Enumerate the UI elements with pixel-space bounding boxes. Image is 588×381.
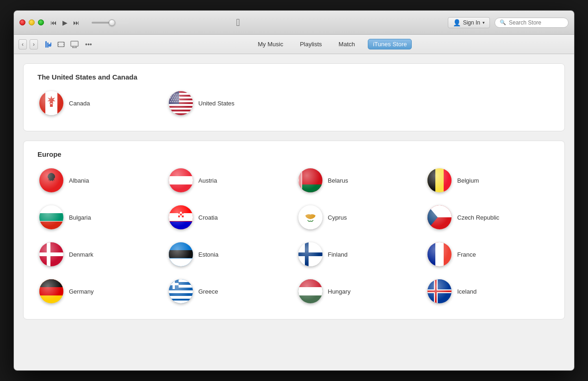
- rewind-button[interactable]: ⏮: [50, 18, 58, 27]
- content: The United States and Canada: [14, 54, 574, 370]
- close-button[interactable]: [19, 19, 25, 25]
- search-bar[interactable]: 🔍: [495, 18, 569, 28]
- search-input[interactable]: [509, 19, 564, 26]
- svg-rect-19: [169, 91, 193, 93]
- svg-rect-8: [63, 42, 64, 43]
- svg-rect-86: [169, 279, 193, 282]
- country-finland[interactable]: Finland: [297, 240, 421, 268]
- tab-my-music[interactable]: My Music: [254, 39, 287, 49]
- svg-rect-89: [169, 296, 193, 299]
- country-greece[interactable]: Greece: [167, 277, 292, 305]
- svg-point-40: [52, 175, 54, 177]
- search-icon: 🔍: [500, 19, 506, 25]
- country-belgium[interactable]: Belgium: [426, 166, 551, 194]
- svg-rect-96: [298, 279, 322, 287]
- country-hungary[interactable]: Hungary: [297, 277, 421, 305]
- sign-in-label: Sign In: [463, 19, 480, 26]
- svg-rect-5: [58, 42, 59, 43]
- maximize-button[interactable]: [38, 19, 44, 25]
- svg-rect-101: [427, 290, 452, 292]
- country-estonia[interactable]: Estonia: [167, 240, 292, 268]
- country-bulgaria[interactable]: Bulgaria: [37, 203, 162, 231]
- svg-rect-11: [71, 41, 78, 46]
- tab-itunes-store[interactable]: iTunes Store: [368, 39, 412, 49]
- country-albania-label: Albania: [69, 177, 89, 184]
- svg-rect-42: [169, 176, 193, 184]
- flag-france: [427, 242, 452, 266]
- flag-czech: [427, 205, 452, 229]
- country-croatia[interactable]: Croatia: [167, 203, 292, 231]
- country-austria[interactable]: Austria: [167, 166, 292, 194]
- svg-rect-1: [47, 43, 49, 48]
- europe-grid: Albania Austria: [37, 166, 551, 305]
- country-czech-label: Czech Republic: [457, 214, 499, 221]
- flag-greece: [169, 279, 193, 303]
- play-button[interactable]: ▶: [62, 18, 68, 27]
- section-europe-title: Europe: [37, 150, 551, 158]
- svg-rect-72: [39, 252, 63, 256]
- flag-bulgaria: [39, 205, 63, 229]
- country-belarus[interactable]: Belarus: [297, 166, 421, 194]
- svg-rect-31: [169, 113, 193, 115]
- svg-rect-6: [58, 44, 59, 45]
- flag-germany: [39, 279, 63, 303]
- country-czech[interactable]: Czech Republic: [426, 203, 551, 231]
- flag-iceland: [427, 279, 452, 303]
- svg-rect-9: [63, 44, 64, 45]
- svg-rect-81: [427, 242, 435, 266]
- flag-austria: [169, 168, 193, 192]
- tab-match[interactable]: Match: [335, 39, 359, 49]
- country-germany[interactable]: Germany: [37, 277, 162, 305]
- svg-rect-90: [169, 301, 193, 303]
- volume-slider[interactable]: [92, 22, 129, 24]
- country-cyprus[interactable]: Cyprus: [297, 203, 421, 231]
- tab-playlists[interactable]: Playlists: [296, 39, 326, 49]
- country-france[interactable]: France: [426, 240, 551, 268]
- user-icon: 👤: [453, 19, 461, 26]
- svg-rect-26: [169, 104, 193, 106]
- svg-rect-63: [178, 215, 180, 217]
- svg-point-39: [49, 175, 50, 177]
- country-iceland-label: Iceland: [457, 288, 477, 295]
- traffic-lights: [19, 19, 44, 25]
- country-usa[interactable]: ★★★★★★ ★★★★★ ★★★★★★ ★★★★★ ★★★★★★ United …: [167, 89, 292, 117]
- country-iceland[interactable]: Iceland: [426, 277, 551, 305]
- country-finland-label: Finland: [328, 251, 348, 258]
- forward-button[interactable]: ›: [30, 39, 38, 49]
- fast-forward-button[interactable]: ⏭: [72, 18, 80, 27]
- flag-estonia: [169, 242, 193, 266]
- country-denmark[interactable]: Denmark: [37, 240, 162, 268]
- svg-rect-27: [169, 106, 193, 108]
- svg-rect-30: [169, 111, 193, 113]
- country-belarus-label: Belarus: [328, 177, 348, 184]
- country-canada-label: Canada: [69, 100, 90, 107]
- country-albania[interactable]: Albania: [37, 166, 162, 194]
- svg-rect-78: [298, 252, 322, 256]
- toolbar: ‹ ›: [14, 35, 574, 54]
- minimize-button[interactable]: [29, 19, 35, 25]
- country-croatia-label: Croatia: [198, 214, 218, 221]
- toolbar-nav: My Music Playlists Match iTunes Store: [254, 39, 412, 49]
- apple-logo: : [236, 17, 240, 29]
- svg-rect-93: [169, 283, 179, 285]
- tv-view-button[interactable]: [68, 39, 80, 49]
- titlebar-right: 👤 Sign In ▾ 🔍: [448, 17, 569, 28]
- music-view-button[interactable]: [43, 39, 54, 49]
- svg-rect-62: [182, 214, 184, 215]
- movies-view-button[interactable]: [56, 39, 67, 49]
- svg-rect-48: [427, 168, 435, 192]
- country-austria-label: Austria: [198, 177, 217, 184]
- country-belgium-label: Belgium: [457, 177, 479, 184]
- back-button[interactable]: ‹: [19, 39, 27, 49]
- flag-usa: ★★★★★★ ★★★★★ ★★★★★★ ★★★★★ ★★★★★★: [169, 91, 193, 115]
- us-canada-grid: Canada: [37, 89, 551, 117]
- more-button[interactable]: •••: [83, 40, 94, 49]
- svg-rect-46: [299, 171, 302, 190]
- country-canada[interactable]: Canada: [37, 89, 162, 117]
- sign-in-button[interactable]: 👤 Sign In ▾: [448, 17, 490, 28]
- svg-rect-88: [169, 290, 193, 293]
- flag-belgium: [427, 168, 452, 192]
- volume-thumb: [109, 19, 115, 26]
- chevron-down-icon: ▾: [483, 20, 485, 25]
- svg-rect-16: [39, 91, 45, 115]
